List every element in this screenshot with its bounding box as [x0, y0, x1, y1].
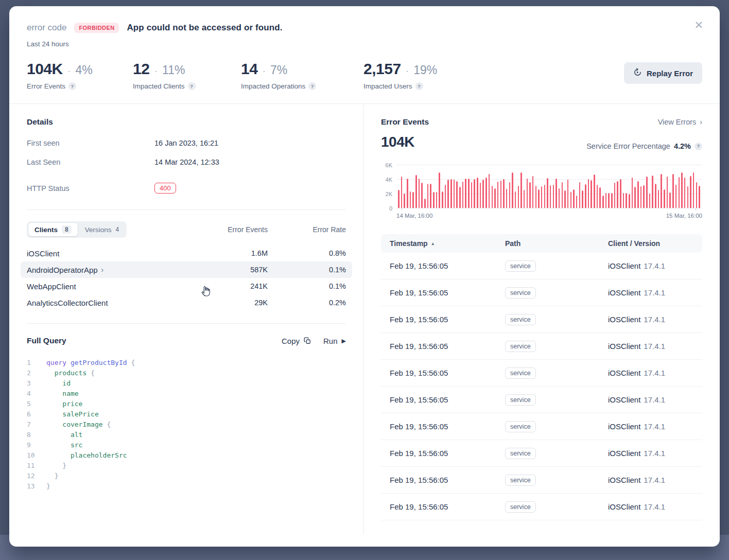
client-row-analyticscollectorclient[interactable]: AnalyticsCollectorClient 29K 0.2%	[21, 294, 352, 311]
chart-bar[interactable]	[412, 192, 414, 208]
chart-bar[interactable]	[632, 178, 633, 208]
chart-bar[interactable]	[605, 193, 607, 208]
chart-bar[interactable]	[419, 179, 420, 208]
chart-bar[interactable]	[608, 193, 610, 208]
help-icon[interactable]: ?	[308, 82, 316, 90]
chart-bar[interactable]	[550, 185, 551, 208]
chart-bar[interactable]	[541, 186, 543, 208]
chart-bar[interactable]	[538, 189, 540, 208]
chart-bar[interactable]	[696, 182, 698, 208]
chart-bar[interactable]	[573, 189, 575, 208]
chart-bar[interactable]	[503, 179, 505, 208]
chart-bar[interactable]	[576, 196, 578, 208]
chart-bar[interactable]	[500, 181, 502, 208]
help-icon[interactable]: ?	[695, 143, 702, 150]
chart-bar[interactable]	[515, 191, 516, 208]
chart-bar[interactable]	[544, 185, 546, 208]
error-event-row[interactable]: Feb 19, 15:56:05 service iOSClient17.4.1	[381, 279, 702, 306]
chart-bar[interactable]	[547, 178, 548, 208]
chart-bar[interactable]	[675, 185, 677, 208]
chart-bar[interactable]	[634, 187, 636, 208]
chart-bar[interactable]	[664, 189, 665, 208]
chart-bar[interactable]	[529, 182, 531, 208]
chart-bar[interactable]	[459, 187, 461, 208]
chart-bar[interactable]	[567, 180, 569, 208]
chart-bar[interactable]	[699, 186, 700, 208]
chart-bar[interactable]	[509, 182, 511, 208]
client-row-androidoperatorapp[interactable]: AndroidOperatorApp › 587K 0.1%	[21, 261, 352, 278]
help-icon[interactable]: ?	[415, 82, 423, 90]
chart-bar[interactable]	[456, 181, 458, 208]
chart-bar[interactable]	[465, 179, 466, 208]
run-query-button[interactable]: Run ▶	[323, 337, 346, 345]
chart-bar[interactable]	[564, 190, 566, 208]
chart-bar[interactable]	[658, 190, 659, 208]
chart-bar[interactable]	[436, 192, 438, 208]
chart-bar[interactable]	[553, 185, 554, 208]
view-errors-link[interactable]: View Errors ›	[658, 118, 702, 126]
chart-bar[interactable]	[661, 174, 662, 208]
chart-bar[interactable]	[614, 183, 616, 208]
chart-bar[interactable]	[652, 176, 653, 208]
chart-bar[interactable]	[430, 184, 431, 208]
error-event-row[interactable]: Feb 19, 15:56:05 service iOSClient17.4.1	[381, 306, 702, 333]
chart-bar[interactable]	[506, 189, 508, 208]
chart-bar[interactable]	[497, 182, 499, 208]
chart-bar[interactable]	[427, 184, 429, 208]
replay-error-button[interactable]: Replay Error	[624, 62, 702, 84]
chart-bar[interactable]	[640, 186, 642, 208]
chart-bar[interactable]	[401, 177, 403, 208]
chart-bar[interactable]	[623, 193, 624, 208]
chart-bar[interactable]	[669, 192, 671, 208]
error-event-row[interactable]: Feb 19, 15:56:05 service iOSClient17.4.1	[381, 413, 702, 440]
chart-bar[interactable]	[439, 172, 440, 208]
chart-bar[interactable]	[398, 190, 400, 208]
chart-bar[interactable]	[684, 178, 686, 208]
error-event-row[interactable]: Feb 19, 15:56:05 service iOSClient17.4.1	[381, 440, 702, 467]
chart-bar[interactable]	[562, 182, 563, 208]
chart-bar[interactable]	[532, 176, 534, 208]
chart-bar[interactable]	[407, 179, 408, 208]
tab-clients[interactable]: Clients 8	[28, 223, 78, 236]
chart-bar[interactable]	[649, 194, 651, 208]
chart-bar[interactable]	[591, 180, 592, 208]
chart-bar[interactable]	[629, 194, 630, 208]
error-event-row[interactable]: Feb 19, 15:56:05 service iOSClient17.4.1	[381, 387, 702, 413]
chart-bar[interactable]	[643, 185, 645, 208]
chart-bar[interactable]	[597, 185, 598, 208]
chart-bar[interactable]	[602, 196, 604, 208]
chart-bar[interactable]	[535, 186, 537, 208]
chart-bar[interactable]	[421, 183, 423, 208]
chart-bar[interactable]	[620, 179, 621, 208]
chart-bar[interactable]	[424, 199, 426, 208]
chart-bar[interactable]	[482, 180, 484, 208]
chart-bar[interactable]	[468, 179, 470, 208]
chart-bar[interactable]	[626, 193, 627, 208]
chart-bar[interactable]	[585, 184, 586, 208]
copy-query-button[interactable]: Copy	[282, 337, 311, 345]
chart-bar[interactable]	[690, 176, 691, 208]
column-header-timestamp[interactable]: Timestamp▲	[390, 239, 505, 248]
chart-bar[interactable]	[556, 179, 557, 208]
help-icon[interactable]: ?	[68, 82, 76, 90]
chart-bar[interactable]	[480, 183, 481, 208]
chart-bar[interactable]	[524, 190, 525, 208]
chart-bar[interactable]	[672, 174, 674, 208]
chart-bar[interactable]	[454, 180, 455, 208]
client-row-iosclient[interactable]: iOSClient 1.6M 0.8%	[21, 245, 352, 261]
error-event-row[interactable]: Feb 19, 15:56:05 service iOSClient17.4.1	[381, 333, 702, 360]
chart-bar[interactable]	[559, 188, 560, 208]
query-code-block[interactable]: 1 query getProductById { 2 products { 3 …	[27, 358, 346, 492]
chart-bar[interactable]	[693, 172, 695, 208]
chart-bar[interactable]	[492, 186, 493, 208]
chart-bar[interactable]	[477, 178, 478, 208]
chart-bar[interactable]	[599, 187, 601, 208]
chart-bar[interactable]	[655, 184, 656, 208]
error-event-row[interactable]: Feb 19, 15:56:05 service iOSClient17.4.1	[381, 467, 702, 494]
chart-bar[interactable]	[474, 179, 475, 208]
chart-bar[interactable]	[485, 178, 487, 208]
chart-bar[interactable]	[512, 172, 513, 208]
chart-bar[interactable]	[489, 174, 490, 208]
chart-bar[interactable]	[687, 186, 689, 208]
chart-bar[interactable]	[570, 192, 572, 208]
